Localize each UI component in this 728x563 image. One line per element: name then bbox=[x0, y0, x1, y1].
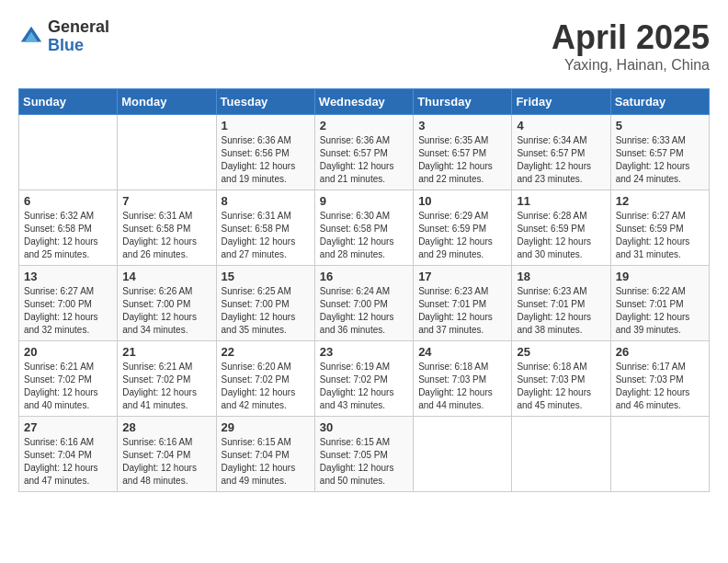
calendar-cell: 19Sunrise: 6:22 AMSunset: 7:01 PMDayligh… bbox=[610, 266, 709, 341]
calendar-cell: 5Sunrise: 6:33 AMSunset: 6:57 PMDaylight… bbox=[610, 115, 709, 190]
calendar-cell: 25Sunrise: 6:18 AMSunset: 7:03 PMDayligh… bbox=[512, 341, 610, 417]
calendar-cell: 23Sunrise: 6:19 AMSunset: 7:02 PMDayligh… bbox=[314, 341, 413, 417]
logo: General Blue bbox=[18, 18, 109, 55]
day-info: Sunrise: 6:16 AMSunset: 7:04 PMDaylight:… bbox=[24, 436, 112, 488]
day-number: 7 bbox=[122, 194, 210, 208]
day-info: Sunrise: 6:21 AMSunset: 7:02 PMDaylight:… bbox=[24, 361, 112, 412]
day-number: 8 bbox=[222, 194, 310, 208]
calendar-cell: 29Sunrise: 6:15 AMSunset: 7:04 PMDayligh… bbox=[216, 417, 314, 492]
calendar-cell bbox=[414, 417, 512, 492]
header-sunday: Sunday bbox=[19, 89, 118, 115]
day-number: 11 bbox=[517, 194, 605, 208]
day-number: 27 bbox=[24, 420, 112, 434]
day-number: 29 bbox=[222, 420, 310, 434]
day-number: 9 bbox=[320, 194, 408, 208]
calendar-cell bbox=[610, 417, 709, 492]
calendar-cell bbox=[19, 115, 118, 190]
day-info: Sunrise: 6:27 AMSunset: 7:00 PMDaylight:… bbox=[24, 285, 112, 337]
day-number: 24 bbox=[418, 345, 506, 359]
day-info: Sunrise: 6:29 AMSunset: 6:59 PMDaylight:… bbox=[418, 210, 506, 261]
day-info: Sunrise: 6:30 AMSunset: 6:58 PMDaylight:… bbox=[320, 210, 408, 261]
header-tuesday: Tuesday bbox=[216, 89, 314, 115]
day-number: 20 bbox=[24, 345, 112, 359]
day-number: 25 bbox=[517, 345, 605, 359]
calendar-cell: 4Sunrise: 6:34 AMSunset: 6:57 PMDaylight… bbox=[512, 115, 610, 190]
calendar-table: SundayMondayTuesdayWednesdayThursdayFrid… bbox=[18, 88, 710, 492]
calendar-cell: 9Sunrise: 6:30 AMSunset: 6:58 PMDaylight… bbox=[314, 190, 413, 266]
day-info: Sunrise: 6:23 AMSunset: 7:01 PMDaylight:… bbox=[418, 285, 506, 337]
day-info: Sunrise: 6:20 AMSunset: 7:02 PMDaylight:… bbox=[222, 361, 310, 412]
day-number: 22 bbox=[222, 345, 310, 359]
calendar-cell: 16Sunrise: 6:24 AMSunset: 7:00 PMDayligh… bbox=[314, 266, 413, 341]
day-number: 4 bbox=[517, 119, 605, 132]
day-number: 30 bbox=[320, 420, 408, 434]
day-info: Sunrise: 6:16 AMSunset: 7:04 PMDaylight:… bbox=[122, 436, 210, 488]
day-info: Sunrise: 6:31 AMSunset: 6:58 PMDaylight:… bbox=[122, 210, 210, 261]
day-info: Sunrise: 6:22 AMSunset: 7:01 PMDaylight:… bbox=[616, 285, 704, 337]
calendar-cell: 8Sunrise: 6:31 AMSunset: 6:58 PMDaylight… bbox=[216, 190, 314, 266]
header-thursday: Thursday bbox=[414, 89, 512, 115]
day-info: Sunrise: 6:15 AMSunset: 7:04 PMDaylight:… bbox=[222, 436, 310, 488]
day-info: Sunrise: 6:17 AMSunset: 7:03 PMDaylight:… bbox=[616, 361, 704, 412]
calendar-cell: 12Sunrise: 6:27 AMSunset: 6:59 PMDayligh… bbox=[610, 190, 709, 266]
day-number: 2 bbox=[320, 119, 408, 132]
logo-blue: Blue bbox=[48, 37, 109, 55]
logo-general: General bbox=[48, 18, 109, 37]
calendar-header-row: SundayMondayTuesdayWednesdayThursdayFrid… bbox=[19, 89, 710, 115]
day-info: Sunrise: 6:24 AMSunset: 7:00 PMDaylight:… bbox=[320, 285, 408, 337]
day-info: Sunrise: 6:23 AMSunset: 7:01 PMDaylight:… bbox=[517, 285, 605, 337]
calendar-cell: 20Sunrise: 6:21 AMSunset: 7:02 PMDayligh… bbox=[19, 341, 118, 417]
calendar-cell: 1Sunrise: 6:36 AMSunset: 6:56 PMDaylight… bbox=[216, 115, 314, 190]
day-number: 16 bbox=[320, 270, 408, 283]
day-number: 14 bbox=[122, 270, 210, 283]
day-info: Sunrise: 6:35 AMSunset: 6:57 PMDaylight:… bbox=[418, 134, 506, 186]
calendar-cell: 10Sunrise: 6:29 AMSunset: 6:59 PMDayligh… bbox=[414, 190, 512, 266]
day-info: Sunrise: 6:26 AMSunset: 7:00 PMDaylight:… bbox=[122, 285, 210, 337]
day-info: Sunrise: 6:31 AMSunset: 6:58 PMDaylight:… bbox=[222, 210, 310, 261]
calendar-cell: 28Sunrise: 6:16 AMSunset: 7:04 PMDayligh… bbox=[118, 417, 216, 492]
calendar-cell: 26Sunrise: 6:17 AMSunset: 7:03 PMDayligh… bbox=[610, 341, 709, 417]
day-number: 10 bbox=[418, 194, 506, 208]
header-wednesday: Wednesday bbox=[314, 89, 413, 115]
day-number: 12 bbox=[616, 194, 704, 208]
calendar-week-3: 13Sunrise: 6:27 AMSunset: 7:00 PMDayligh… bbox=[19, 266, 710, 341]
header-monday: Monday bbox=[118, 89, 216, 115]
day-number: 5 bbox=[616, 119, 704, 132]
day-info: Sunrise: 6:36 AMSunset: 6:57 PMDaylight:… bbox=[320, 134, 408, 186]
calendar-cell: 3Sunrise: 6:35 AMSunset: 6:57 PMDaylight… bbox=[414, 115, 512, 190]
title-block: April 2025 Yaxing, Hainan, China bbox=[552, 18, 710, 74]
day-info: Sunrise: 6:21 AMSunset: 7:02 PMDaylight:… bbox=[122, 361, 210, 412]
day-number: 3 bbox=[418, 119, 506, 132]
calendar-cell: 7Sunrise: 6:31 AMSunset: 6:58 PMDaylight… bbox=[118, 190, 216, 266]
page-header: General Blue April 2025 Yaxing, Hainan, … bbox=[18, 18, 710, 74]
calendar-cell bbox=[512, 417, 610, 492]
header-friday: Friday bbox=[512, 89, 610, 115]
day-info: Sunrise: 6:32 AMSunset: 6:58 PMDaylight:… bbox=[24, 210, 112, 261]
day-info: Sunrise: 6:27 AMSunset: 6:59 PMDaylight:… bbox=[616, 210, 704, 261]
day-number: 23 bbox=[320, 345, 408, 359]
calendar-week-1: 1Sunrise: 6:36 AMSunset: 6:56 PMDaylight… bbox=[19, 115, 710, 190]
calendar-cell: 30Sunrise: 6:15 AMSunset: 7:05 PMDayligh… bbox=[314, 417, 413, 492]
logo-icon bbox=[18, 24, 44, 50]
calendar-cell: 22Sunrise: 6:20 AMSunset: 7:02 PMDayligh… bbox=[216, 341, 314, 417]
day-info: Sunrise: 6:15 AMSunset: 7:05 PMDaylight:… bbox=[320, 436, 408, 488]
day-info: Sunrise: 6:36 AMSunset: 6:56 PMDaylight:… bbox=[222, 134, 310, 186]
day-number: 26 bbox=[616, 345, 704, 359]
day-number: 13 bbox=[24, 270, 112, 283]
day-info: Sunrise: 6:19 AMSunset: 7:02 PMDaylight:… bbox=[320, 361, 408, 412]
subtitle: Yaxing, Hainan, China bbox=[552, 57, 710, 74]
day-number: 21 bbox=[122, 345, 210, 359]
calendar-cell: 17Sunrise: 6:23 AMSunset: 7:01 PMDayligh… bbox=[414, 266, 512, 341]
day-info: Sunrise: 6:28 AMSunset: 6:59 PMDaylight:… bbox=[517, 210, 605, 261]
day-number: 19 bbox=[616, 270, 704, 283]
calendar-cell: 14Sunrise: 6:26 AMSunset: 7:00 PMDayligh… bbox=[118, 266, 216, 341]
calendar-cell: 15Sunrise: 6:25 AMSunset: 7:00 PMDayligh… bbox=[216, 266, 314, 341]
main-title: April 2025 bbox=[552, 18, 710, 57]
calendar-cell: 21Sunrise: 6:21 AMSunset: 7:02 PMDayligh… bbox=[118, 341, 216, 417]
day-number: 1 bbox=[222, 119, 310, 132]
day-info: Sunrise: 6:18 AMSunset: 7:03 PMDaylight:… bbox=[517, 361, 605, 412]
calendar-cell: 2Sunrise: 6:36 AMSunset: 6:57 PMDaylight… bbox=[314, 115, 413, 190]
day-number: 28 bbox=[122, 420, 210, 434]
calendar-cell: 18Sunrise: 6:23 AMSunset: 7:01 PMDayligh… bbox=[512, 266, 610, 341]
header-saturday: Saturday bbox=[610, 89, 709, 115]
